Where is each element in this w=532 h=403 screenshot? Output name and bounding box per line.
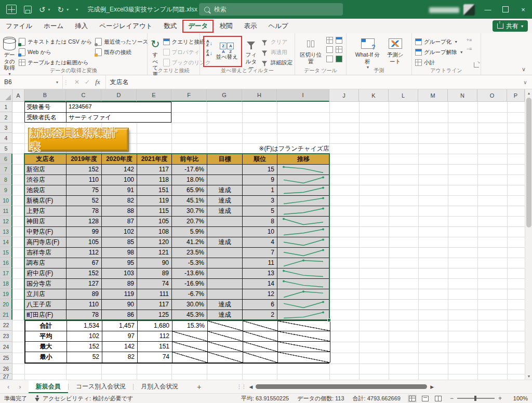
select-all-corner[interactable] — [0, 89, 12, 102]
table-cell[interactable]: 6 — [243, 300, 277, 310]
column-header-E[interactable]: E — [137, 89, 171, 102]
column-header-L[interactable]: L — [389, 89, 418, 102]
summary-label-cell[interactable]: 合計 — [25, 321, 67, 331]
info-value[interactable]: サーティファイ — [66, 113, 171, 123]
existing-connections-button[interactable]: 既存の接続 — [95, 47, 148, 57]
row-header-5[interactable]: 5 — [0, 143, 12, 154]
menu-tab-4[interactable]: 数式 — [158, 20, 182, 33]
table-cell[interactable]: 117 — [137, 300, 172, 310]
table-cell[interactable]: 11 — [243, 258, 277, 268]
table-cell[interactable]: 9 — [243, 175, 277, 185]
close-button[interactable]: × — [514, 0, 532, 19]
menu-tab-1[interactable]: ホーム — [38, 20, 69, 33]
undo-button[interactable]: ↺ — [39, 6, 46, 14]
table-cell[interactable]: 110 — [66, 175, 102, 185]
table-cell[interactable] — [278, 342, 330, 352]
table-cell[interactable]: 152 — [66, 165, 102, 175]
table-cell[interactable]: 調布店 — [25, 258, 66, 268]
table-cell[interactable] — [243, 331, 278, 342]
column-header-D[interactable]: D — [101, 89, 137, 102]
row-header-3[interactable]: 3 — [0, 123, 12, 133]
redo-button[interactable]: ↻ — [58, 6, 64, 14]
summary-label-cell[interactable]: 最小 — [25, 352, 67, 362]
table-cell[interactable]: 112 — [138, 331, 172, 342]
sparkline-cell[interactable] — [277, 289, 330, 300]
table-header-cell[interactable]: 順位 — [243, 154, 277, 165]
zoom-slider[interactable] — [457, 398, 495, 399]
table-cell[interactable]: 4 — [243, 237, 277, 248]
sort-button[interactable]: ZAAZ 並べ替え — [215, 38, 239, 60]
table-cell[interactable]: 115 — [137, 206, 172, 217]
menu-tab-5[interactable]: データ — [182, 20, 214, 33]
table-cell[interactable]: 110 — [66, 300, 102, 310]
column-header-H[interactable]: H — [242, 89, 277, 102]
show-detail-icon[interactable]: +≡ — [467, 38, 472, 43]
qat-customize-icon[interactable]: ▾ — [76, 7, 78, 12]
column-header-I[interactable]: I — [277, 89, 329, 102]
column-header-B[interactable]: B — [24, 89, 66, 102]
page-layout-view-button[interactable] — [422, 396, 429, 401]
table-cell[interactable]: 108 — [137, 227, 172, 237]
table-cell[interactable]: 18.0% — [172, 175, 207, 185]
sheet-cells[interactable]: 受験番号 1234567 受験者氏名 サーティファイ 新規会員獲得集計表 ※(F… — [12, 102, 525, 380]
collapse-ribbon-icon[interactable]: ∨ — [522, 66, 526, 73]
row-header-26[interactable]: 26 — [0, 364, 12, 374]
table-header-cell[interactable]: 2019年度 — [66, 154, 102, 165]
table-cell[interactable]: 1,534 — [67, 321, 102, 331]
table-cell[interactable] — [208, 342, 243, 352]
table-cell[interactable]: 128 — [66, 217, 102, 227]
row-header-9[interactable]: 9 — [0, 185, 12, 195]
table-cell[interactable]: 1,680 — [138, 321, 172, 331]
table-cell[interactable]: 立川店 — [25, 289, 66, 300]
filter-button[interactable]: フィルター — [245, 36, 257, 71]
subtotal-button[interactable]: 小計 — [415, 58, 463, 68]
menu-tab-3[interactable]: ページレイアウト — [94, 20, 158, 33]
table-cell[interactable]: 117 — [137, 165, 172, 175]
column-header-K[interactable]: K — [359, 89, 389, 102]
sheet-nav-right-icon[interactable]: › — [19, 383, 21, 391]
table-cell[interactable]: 125 — [137, 310, 172, 320]
scroll-up-icon[interactable]: ▲ — [525, 89, 532, 97]
table-cell[interactable]: 90 — [102, 300, 137, 310]
table-cell[interactable]: 82 — [102, 352, 138, 362]
row-header-21[interactable]: 21 — [0, 310, 12, 320]
sparkline-cell[interactable] — [277, 196, 330, 206]
table-cell[interactable]: 86 — [102, 310, 137, 320]
column-header-A[interactable]: A — [12, 89, 24, 102]
info-label[interactable]: 受験番号 — [25, 102, 66, 112]
table-cell[interactable]: 89 — [66, 289, 102, 300]
sheet-tab-2[interactable]: 月別入会状況 — [134, 380, 185, 393]
table-cell[interactable]: 5.9% — [172, 227, 207, 237]
column-header-P[interactable]: P — [507, 89, 525, 102]
name-box[interactable]: B6 ▾ — [0, 75, 63, 89]
table-cell[interactable]: 97 — [102, 331, 138, 342]
table-cell[interactable]: 高円寺店(F) — [25, 237, 66, 248]
column-header-J[interactable]: J — [329, 89, 359, 102]
expand-formula-bar-icon[interactable]: ∨ — [518, 75, 532, 89]
table-cell[interactable]: 89 — [137, 268, 172, 279]
consolidate-icon[interactable] — [336, 46, 342, 53]
vertical-scrollbar[interactable]: ▲ ▼ — [525, 89, 532, 380]
zoom-out-button[interactable]: − — [450, 395, 454, 402]
table-cell[interactable]: 142 — [102, 342, 138, 352]
table-cell[interactable] — [207, 248, 243, 258]
table-cell[interactable] — [207, 279, 243, 289]
row-header-10[interactable]: 10 — [0, 195, 12, 206]
table-cell[interactable]: 41.2% — [172, 237, 207, 248]
table-cell[interactable]: 23.5% — [172, 248, 207, 258]
forecast-sheet-button[interactable]: 予測シート — [385, 36, 406, 64]
table-cell[interactable] — [243, 321, 278, 331]
table-cell[interactable]: 152 — [66, 268, 102, 279]
table-cell[interactable] — [207, 217, 243, 227]
table-cell[interactable]: 74 — [138, 352, 172, 362]
table-cell[interactable]: 15 — [243, 165, 277, 175]
table-cell[interactable]: 45.3% — [172, 310, 207, 320]
table-cell[interactable]: 渋谷店 — [25, 175, 66, 185]
table-cell[interactable]: 52 — [66, 196, 102, 206]
table-cell[interactable]: 達成 — [207, 310, 243, 320]
row-header-7[interactable]: 7 — [0, 164, 12, 174]
table-cell[interactable]: 121 — [137, 248, 172, 258]
sparkline-cell[interactable] — [277, 300, 330, 310]
table-cell[interactable] — [278, 321, 330, 331]
table-cell[interactable] — [172, 352, 208, 362]
